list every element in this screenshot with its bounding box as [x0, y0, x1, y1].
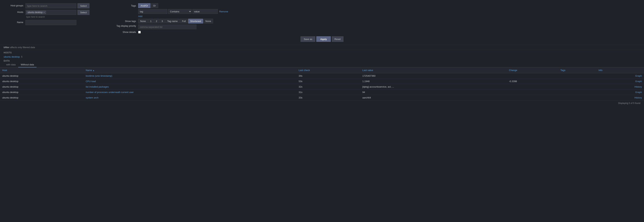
data-table: Host Name ▲ Last check Last value Change…	[0, 67, 644, 100]
cell-last-value: 1725407360	[360, 73, 507, 79]
tag-condition-select[interactable]: Contains Equals Does not equal Does not …	[168, 9, 192, 14]
cell-name: list installed packages	[84, 84, 296, 90]
graph-link[interactable]: Graph	[635, 74, 642, 77]
tab-with-data[interactable]: with data	[4, 62, 18, 67]
cell-name: CPU load	[84, 79, 296, 84]
show-details-checkbox[interactable]	[138, 31, 141, 33]
table-header: Host Name ▲ Last check Last value Change…	[0, 67, 644, 73]
tags-label-row: Tags And/Or Or	[113, 3, 640, 8]
data-section-header: DATA	[0, 59, 644, 62]
show-details-label: Show details	[113, 31, 138, 33]
cell-tags	[558, 73, 596, 79]
hosts-row: Hosts ubuntu desktop × Select	[4, 10, 106, 18]
cell-info: History	[596, 95, 644, 100]
show-tags-3-btn[interactable]: 3	[160, 19, 165, 23]
col-change[interactable]: Change	[507, 67, 558, 73]
hosts-select-button[interactable]: Select	[78, 10, 90, 15]
table-row: ubuntu desktopnumber of processes undern…	[0, 90, 644, 95]
cell-last-value: [dpkg] accountsservice, acl, ...	[360, 84, 507, 90]
history-link[interactable]: History	[634, 85, 642, 88]
tags-or-button[interactable]: Or	[151, 3, 158, 8]
cell-last-check: 34s	[296, 73, 360, 79]
cell-name: system arch	[84, 95, 296, 100]
table-row: ubuntu desktopbootime (unix timestamp)34…	[0, 73, 644, 79]
history-link[interactable]: History	[634, 96, 642, 99]
cell-change: -0.3398	[507, 79, 558, 84]
filter-grid: Host groups Select Hosts ubuntu desktop …	[4, 3, 640, 34]
show-details-row: Show details	[113, 31, 640, 33]
host-group-link[interactable]: ubuntu desktop 5	[0, 55, 644, 59]
tag-priority-label: Tag display priority	[113, 24, 138, 27]
show-tags-none2-btn[interactable]: None	[204, 19, 213, 23]
save-as-button[interactable]: Save as	[300, 36, 315, 42]
show-tags-full-btn[interactable]: Full	[180, 19, 188, 23]
tag-value-input[interactable]	[192, 9, 218, 14]
tag-remove-link[interactable]: Remove	[219, 10, 228, 13]
item-name-link[interactable]: bootime (unix timestamp)	[86, 74, 112, 77]
cell-change	[507, 90, 558, 95]
tag-priority-row: Tag display priority	[113, 24, 640, 29]
show-tags-2-btn[interactable]: 2	[154, 19, 159, 23]
name-label: Name	[4, 20, 26, 24]
tag-filter-row: Contains Equals Does not equal Does not …	[113, 9, 640, 14]
hosts-section-header: HOSTS	[0, 50, 644, 55]
tab-without-data[interactable]: Without data	[18, 62, 36, 67]
filter-info: bfilter affects only filtered data	[0, 45, 644, 50]
item-name-link[interactable]: system arch	[86, 96, 98, 99]
page-container: Host groups Select Hosts ubuntu desktop …	[0, 0, 644, 106]
cell-change	[507, 73, 558, 79]
table-row: ubuntu desktopsystem arch33saarch64Histo…	[0, 95, 644, 100]
hosts-label: Hosts	[4, 10, 26, 13]
table-footer-text: Displaying 5 of 5 found	[618, 102, 640, 104]
col-last-check[interactable]: Last check	[296, 67, 360, 73]
name-input[interactable]	[26, 20, 76, 25]
add-tag-row: Add	[113, 15, 640, 18]
item-name-link[interactable]: CPU load	[86, 80, 96, 83]
show-tags-none-btn[interactable]: None	[138, 19, 148, 23]
host-groups-input[interactable]	[26, 3, 76, 8]
table-row: ubuntu desktoplist installed packages32s…	[0, 84, 644, 90]
cell-host: ubuntu desktop	[0, 84, 84, 90]
cell-last-value: 1.1948	[360, 79, 507, 84]
col-host[interactable]: Host	[0, 67, 84, 73]
show-tags-label: Show tags	[113, 20, 138, 22]
add-tag-link[interactable]: Add	[138, 15, 142, 18]
graph-link[interactable]: Graph	[635, 91, 642, 94]
cell-name: bootime (unix timestamp)	[84, 73, 296, 79]
tags-and-or-button[interactable]: And/Or	[138, 3, 150, 8]
col-name[interactable]: Name ▲	[84, 67, 296, 73]
cell-change	[507, 84, 558, 90]
cell-host: ubuntu desktop	[0, 90, 84, 95]
cell-last-check: 31s	[296, 90, 360, 95]
cell-host: ubuntu desktop	[0, 73, 84, 79]
reset-button[interactable]: Reset	[332, 36, 344, 42]
cell-host: ubuntu desktop	[0, 79, 84, 84]
filter-left: Host groups Select Hosts ubuntu desktop …	[4, 3, 106, 34]
graph-link[interactable]: Graph	[635, 80, 642, 83]
item-name-link[interactable]: number of processes underneath current u…	[86, 91, 134, 94]
cell-last-value: 94	[360, 90, 507, 95]
cell-info: History	[596, 84, 644, 90]
host-groups-select-button[interactable]: Select	[78, 3, 90, 8]
show-tags-options: None 1 2 3 Tag name Full Shortened None	[138, 19, 213, 23]
host-tag-label: ubuntu desktop	[28, 11, 42, 14]
show-tags-tagname-btn[interactable]: Tag name	[165, 19, 180, 23]
host-tag-remove-icon[interactable]: ×	[44, 11, 44, 13]
show-tags-shortened-btn[interactable]: Shortened	[188, 19, 203, 23]
cell-tags	[558, 84, 596, 90]
tab-bar: with data Without data	[0, 62, 644, 67]
hosts-search-input[interactable]	[26, 15, 76, 18]
tag-name-input[interactable]	[138, 9, 167, 14]
apply-button[interactable]: Apply	[316, 36, 330, 42]
cell-info: Graph	[596, 90, 644, 95]
cell-last-check: 32s	[296, 84, 360, 90]
item-name-link[interactable]: list installed packages	[86, 85, 108, 88]
show-tags-1-btn[interactable]: 1	[148, 19, 154, 23]
col-last-value[interactable]: Last value	[360, 67, 507, 73]
hosts-top: ubuntu desktop ×	[26, 10, 76, 15]
host-tag-ubuntu-desktop: ubuntu desktop ×	[26, 11, 46, 14]
table-row: ubuntu desktopCPU load53s1.1948-0.3398Gr…	[0, 79, 644, 84]
tag-priority-input[interactable]	[138, 24, 196, 29]
col-tags[interactable]: Tags	[558, 67, 596, 73]
table-footer: Displaying 5 of 5 found	[0, 100, 644, 106]
